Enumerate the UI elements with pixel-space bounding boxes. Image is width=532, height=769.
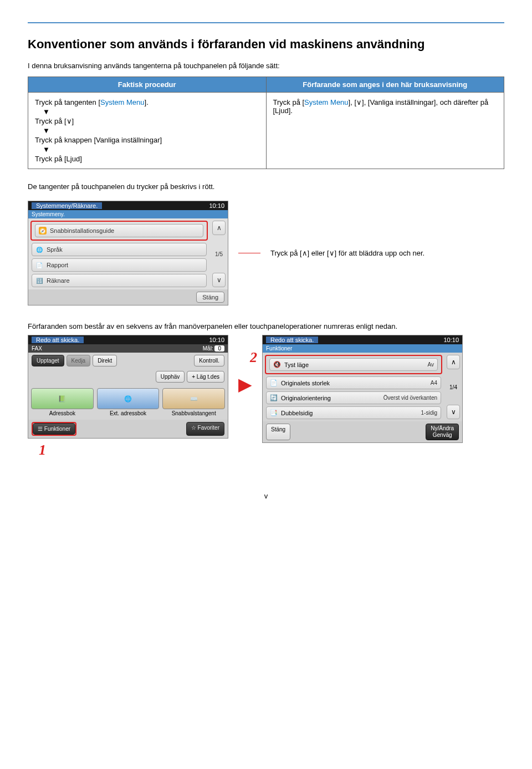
page-indicator: 1/4 <box>447 371 460 403</box>
subtext-1: De tangenter på touchpanelen du trycker … <box>28 182 504 191</box>
scroll-up-button[interactable]: ∧ <box>447 355 460 369</box>
fax-screenshot: Redo att skicka. 10:10 FAX Mål: 0 Upptag… <box>28 335 228 439</box>
favorites-button[interactable]: ☆ Favoriter <box>186 422 224 436</box>
screen-subhead: Systemmeny. <box>28 210 228 218</box>
func-item-quiet[interactable]: 🔇Tyst läge Av <box>269 358 438 371</box>
chevron-down-icon: ∨ <box>356 98 362 106</box>
screen-time: 10:10 <box>209 202 224 209</box>
col-actual: Faktisk procedur <box>28 77 267 93</box>
chain-button[interactable]: Kedja <box>66 355 91 366</box>
orientation-icon: 🔄 <box>270 394 278 401</box>
procedure-right: Tryck på [System Menu], [∨], [Vanliga in… <box>266 93 504 169</box>
dest-count: 0 <box>214 345 224 352</box>
star-icon: ☆ <box>191 425 196 431</box>
func-item-orientation[interactable]: 🔄Originalorientering Överst vid överkant… <box>266 391 441 404</box>
check-button[interactable]: Kontroll. <box>194 355 224 366</box>
ext-address-book-button[interactable]: 🌐 Ext. adressbok <box>98 388 159 416</box>
page-indicator: 1/5 <box>212 237 226 271</box>
page-number: v <box>28 492 504 500</box>
scroll-down-button[interactable]: ∨ <box>447 405 460 419</box>
scroll-up-button[interactable]: ∧ <box>212 221 226 235</box>
func-item-size[interactable]: 📄Originalets storlek A4 <box>266 376 441 389</box>
page-icon: 📄 <box>270 379 278 386</box>
menu-item-language[interactable]: 🌐 Språk <box>32 243 207 256</box>
callout-line <box>238 253 260 253</box>
busy-button[interactable]: Upptaget <box>32 355 64 366</box>
procedure-table: Faktisk procedur Förfarande som anges i … <box>28 77 504 169</box>
keyboard-icon: ⌨️ <box>190 395 198 403</box>
down-arrow-icon: ▼ <box>35 126 259 135</box>
menu-item-quickinstall[interactable]: 🧭 Snabbinstallationsguide <box>35 224 203 237</box>
speed-dial-button[interactable]: ⌨️ Snabbvalstangent <box>163 388 224 416</box>
subtext-2: Förfaranden som består av en sekvens av … <box>28 322 504 330</box>
list-icon: ☰ <box>38 426 43 432</box>
func-item-duplex[interactable]: 📑Dubbelsidig 1-sidig <box>266 406 441 419</box>
globe-icon: 🌐 <box>35 246 43 253</box>
func-time: 10:10 <box>443 337 459 343</box>
col-described: Förfarande som anges i den här bruksanvi… <box>266 77 504 93</box>
callout-text: Tryck på [∧] eller [∨] för att bläddra u… <box>270 249 424 257</box>
duplex-icon: 📑 <box>270 409 278 416</box>
book-icon: 📗 <box>58 395 66 403</box>
step-number-2: 2 <box>250 349 257 366</box>
chevron-up-icon: ∧ <box>302 249 308 257</box>
menu-item-counter[interactable]: 🔢 Räknare <box>32 274 207 287</box>
scroll-down-button[interactable]: ∨ <box>212 273 226 287</box>
address-book-button[interactable]: 📗 Adressbok <box>32 388 93 416</box>
down-arrow-icon: ▼ <box>35 145 259 154</box>
globe-icon: 🌐 <box>124 395 132 403</box>
close-button[interactable]: Stäng <box>266 424 290 440</box>
intro-text: I denna bruksanvisning används tangenter… <box>28 62 504 70</box>
direct-button[interactable]: Direkt <box>93 355 117 366</box>
functions-button[interactable]: ☰ Funktioner <box>33 423 75 435</box>
functions-screenshot: Redo att skicka. 10:10 Funktioner 🔇Tyst … <box>262 335 463 443</box>
close-button[interactable]: Stäng <box>196 292 224 303</box>
procedure-left: Tryck på tangenten [System Menu]. ▼ Tryc… <box>28 93 267 169</box>
counter-icon: 🔢 <box>35 277 43 284</box>
func-title: Redo att skicka. <box>266 337 318 343</box>
quiet-icon: 🔇 <box>273 361 281 368</box>
fax-sub: FAX <box>32 345 42 352</box>
report-icon: 📄 <box>35 261 43 269</box>
plus-icon: + <box>192 374 195 380</box>
menu-item-report[interactable]: 📄 Rapport <box>32 258 207 272</box>
fax-title: Redo att skicka. <box>32 337 84 343</box>
chevron-down-icon: ∨ <box>66 117 72 125</box>
right-triangle-icon: ▶ <box>238 374 252 395</box>
cancel-button[interactable]: Upphäv <box>156 371 185 383</box>
shortcut-button[interactable]: Ny/Ändra Genväg <box>426 424 459 440</box>
page-heading: Konventioner som används i förfaranden v… <box>28 37 504 52</box>
wizard-icon: 🧭 <box>39 227 47 235</box>
func-subhead: Funktioner <box>263 344 462 353</box>
fax-time: 10:10 <box>209 337 224 343</box>
system-menu-screenshot: Systemmeny/Räknare. 10:10 Systemmeny. 🧭 … <box>28 201 228 305</box>
step-number-1: 1 <box>39 442 228 459</box>
chevron-down-icon: ∨ <box>329 249 335 257</box>
screen-title: Systemmeny/Räknare. <box>32 202 102 209</box>
add-dest-button[interactable]: + Läg t.des <box>187 371 224 383</box>
down-arrow-icon: ▼ <box>35 108 259 116</box>
